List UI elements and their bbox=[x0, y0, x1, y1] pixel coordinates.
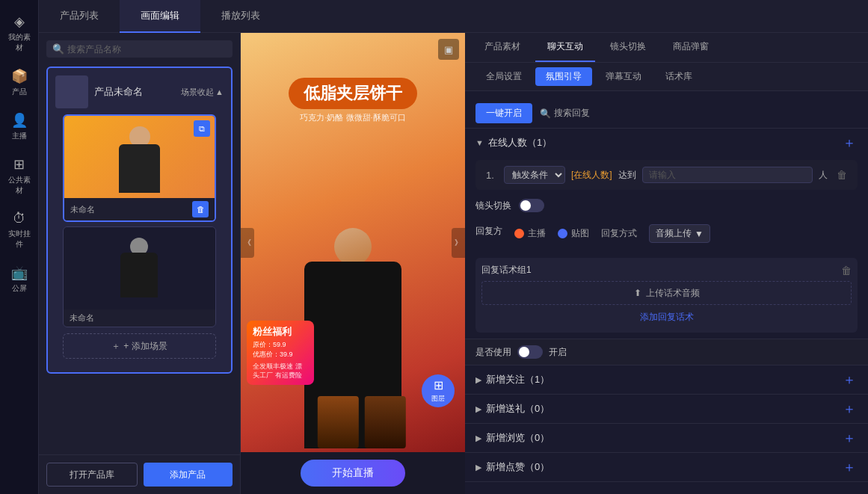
tab-canvas-editor[interactable]: 画面编辑 bbox=[120, 0, 200, 33]
section-new-browse: ▶ 新增浏览（0） ＋ bbox=[465, 424, 868, 453]
chevron-up-icon: ▲ bbox=[215, 87, 224, 96]
use-label: 是否使用 bbox=[475, 346, 511, 359]
section-online-count-header[interactable]: ▼ 在线人数（1） ＋ bbox=[465, 129, 868, 157]
scene-preview-2 bbox=[64, 227, 215, 309]
right-tab-product-popup[interactable]: 商品弹窗 bbox=[661, 34, 721, 62]
preview-nav-right[interactable]: 》 bbox=[452, 228, 465, 258]
product-item-2 bbox=[365, 396, 406, 448]
reply-section: 回复方 主播 贴图 回复方式 音频上传 bbox=[465, 218, 868, 255]
trigger-condition-select[interactable]: 触发条件 bbox=[504, 166, 565, 184]
promo-original-price: 原价：59.9 bbox=[253, 340, 308, 350]
use-toggle[interactable] bbox=[517, 345, 543, 359]
sidebar-item-product[interactable]: 📦 产品 bbox=[2, 62, 37, 103]
public-screen-icon: 📺 bbox=[11, 265, 28, 281]
open-product-library-button[interactable]: 打开产品库 bbox=[46, 463, 138, 487]
plus-icon: ＋ bbox=[111, 340, 120, 353]
collapse-button[interactable]: 场景收起 ▲ bbox=[181, 87, 224, 98]
trigger-delete-button[interactable]: 🗑 bbox=[837, 169, 847, 181]
tab-product-list[interactable]: 产品列表 bbox=[39, 0, 120, 33]
chevron-right-icon-browse: ▶ bbox=[475, 433, 481, 443]
camera-switch-toggle[interactable] bbox=[519, 199, 544, 212]
sidebar-item-realtime[interactable]: ⏱ 实时挂件 bbox=[2, 205, 37, 256]
scene-label-2: 未命名 bbox=[64, 309, 215, 327]
reply-option-host[interactable]: 主播 bbox=[514, 227, 546, 240]
host-icon: 👤 bbox=[11, 112, 28, 129]
right-panel: 产品素材 聊天互动 镜头切换 商品弹窗 全局设置 氛围引导 bbox=[465, 33, 868, 494]
section-new-follow-header[interactable]: ▶ 新增关注（1） ＋ bbox=[465, 365, 868, 394]
section-new-follow-add-button[interactable]: ＋ bbox=[841, 371, 858, 388]
tactics-title: 回复话术组1 bbox=[481, 264, 532, 277]
right-tab-chat-interaction[interactable]: 聊天互动 bbox=[535, 34, 595, 62]
upload-icon: ⬆ bbox=[634, 288, 641, 298]
sidebar-item-label-my-assets: 我的素材 bbox=[5, 32, 34, 53]
right-tab-product-material[interactable]: 产品素材 bbox=[473, 34, 532, 62]
section-new-gift-header[interactable]: ▶ 新增送礼（0） ＋ bbox=[465, 395, 868, 423]
add-product-button[interactable]: 添加产品 bbox=[144, 463, 233, 487]
sidebar-item-host[interactable]: 👤 主播 bbox=[2, 106, 37, 147]
use-toggle-row: 是否使用 开启 bbox=[465, 339, 868, 365]
upload-audio-button[interactable]: ⬆ 上传话术音频 bbox=[481, 281, 852, 305]
section-new-browse-add-button[interactable]: ＋ bbox=[841, 430, 858, 446]
search-reply-button[interactable]: 🔍 搜索回复 bbox=[540, 107, 590, 120]
right-content: 一键开启 🔍 搜索回复 ▼ 在线人数（1） ＋ 1. bbox=[465, 91, 868, 494]
tactics-group-1: 回复话术组1 🗑 ⬆ 上传话术音频 添加回复话术 bbox=[475, 258, 858, 333]
trigger-tag: [在线人数] bbox=[571, 169, 612, 182]
start-live-button[interactable]: 开始直播 bbox=[301, 460, 405, 487]
sidebar-item-label-host: 主播 bbox=[12, 131, 27, 141]
section-add-button[interactable]: ＋ bbox=[841, 135, 858, 151]
chevron-down-icon: ▼ bbox=[475, 138, 484, 147]
preview-subtitle: 巧克力·奶酪 微微甜·酥脆可口 bbox=[289, 112, 417, 123]
layers-fab-button[interactable]: ⊞ 图层 bbox=[422, 374, 455, 407]
section-new-like-header[interactable]: ▶ 新增点赞（0） ＋ bbox=[465, 453, 868, 481]
one-click-open-button[interactable]: 一键开启 bbox=[475, 103, 532, 123]
public-assets-icon: ⊞ bbox=[13, 156, 25, 173]
sidebar-item-public-assets[interactable]: ⊞ 公共素材 bbox=[2, 150, 37, 202]
sub-tab-script-library[interactable]: 话术库 bbox=[655, 67, 703, 86]
chevron-right-icon-follow: ▶ bbox=[475, 375, 481, 385]
reply-method-select[interactable]: 音频上传 ▼ bbox=[649, 224, 710, 243]
right-tab-camera-switch[interactable]: 镜头切换 bbox=[598, 34, 658, 62]
trigger-row-1: 1. 触发条件 [在线人数] 达到 人 🗑 bbox=[475, 160, 858, 190]
scene-preview-1 bbox=[64, 116, 215, 198]
scene-label-1: 未命名 🗑 bbox=[64, 198, 215, 220]
section-new-follow-title: 新增关注（1） bbox=[486, 373, 550, 386]
section-new-like: ▶ 新增点赞（0） ＋ bbox=[465, 453, 868, 482]
section-new-browse-header[interactable]: ▶ 新增浏览（0） ＋ bbox=[465, 424, 868, 452]
camera-switch-label: 镜头切换 bbox=[475, 200, 511, 212]
sub-tab-danmaku-interaction[interactable]: 弹幕互动 bbox=[595, 67, 652, 86]
top-tab-bar: 产品列表 画面编辑 播放列表 bbox=[39, 0, 868, 33]
product-item-1 bbox=[318, 396, 359, 448]
chevron-right-icon-gift: ▶ bbox=[475, 404, 481, 414]
radio-host bbox=[514, 229, 524, 238]
chevron-right-icon-like: ▶ bbox=[475, 463, 481, 472]
section-new-like-title: 新增点赞（0） bbox=[486, 460, 550, 474]
add-scene-button[interactable]: ＋ + 添加场景 bbox=[63, 333, 216, 359]
reply-option-sticker[interactable]: 贴图 bbox=[558, 227, 589, 240]
realtime-icon: ⏱ bbox=[13, 211, 26, 226]
section-new-like-add-button[interactable]: ＋ bbox=[841, 459, 858, 475]
my-assets-icon: ◈ bbox=[14, 13, 25, 30]
preview-product-area: 低脂夹层饼干 巧克力·奶酪 微微甜·酥脆可口 bbox=[289, 78, 417, 123]
section-new-gift-add-button[interactable]: ＋ bbox=[841, 401, 858, 417]
tab-playlist[interactable]: 播放列表 bbox=[200, 0, 281, 33]
preview-nav-left[interactable]: 《 bbox=[241, 228, 254, 258]
scene-copy-icon[interactable]: ⧉ bbox=[194, 120, 210, 137]
reply-label: 回复方 bbox=[475, 225, 502, 238]
scene-delete-button-1[interactable]: 🗑 bbox=[192, 201, 209, 217]
left-sidebar: ◈ 我的素材 📦 产品 👤 主播 ⊞ 公共素材 ⏱ 实时挂件 📺 公屏 bbox=[0, 0, 39, 494]
center-panel: 《 》 ▣ 低脂夹层饼干 巧克力·奶酪 微微甜·酥脆可口 粉丝福利 原价：59.… bbox=[241, 33, 465, 494]
sidebar-item-my-assets[interactable]: ◈ 我的素材 bbox=[2, 7, 37, 59]
add-reply-button[interactable]: 添加回复话术 bbox=[481, 308, 852, 327]
trigger-value-input[interactable] bbox=[642, 167, 813, 183]
section-online-count: ▼ 在线人数（1） ＋ 1. 触发条件 [在线人数] 达到 人 bbox=[465, 129, 868, 365]
section-online-count-title: 在线人数（1） bbox=[488, 136, 552, 149]
sub-tab-global-settings[interactable]: 全局设置 bbox=[475, 67, 532, 86]
reply-method-label: 回复方式 bbox=[601, 227, 637, 240]
sub-tab-atmosphere-guide[interactable]: 氛围引导 bbox=[535, 67, 592, 86]
sidebar-item-public-screen[interactable]: 📺 公屏 bbox=[2, 259, 37, 300]
search-input[interactable] bbox=[67, 44, 227, 55]
preview-settings-icon[interactable]: ▣ bbox=[438, 39, 459, 60]
tactics-delete-button[interactable]: 🗑 bbox=[841, 265, 852, 277]
search-input-wrap[interactable]: 🔍 bbox=[46, 40, 233, 58]
tactics-header: 回复话术组1 🗑 bbox=[481, 264, 852, 277]
